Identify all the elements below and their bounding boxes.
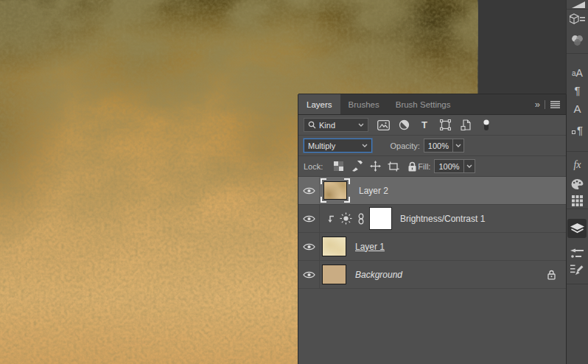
filter-toggle-icon[interactable] bbox=[480, 119, 493, 132]
paragraph-styles-glyph: ¶ bbox=[577, 124, 583, 136]
visibility-toggle[interactable] bbox=[298, 233, 320, 260]
fx-glyph: fx bbox=[573, 159, 581, 171]
clipping-mask-arrow-icon bbox=[326, 214, 335, 223]
filter-type-layers-icon[interactable]: T bbox=[418, 119, 431, 132]
layer2-thumbnail-image bbox=[323, 181, 347, 200]
color-panel-icon[interactable] bbox=[567, 33, 588, 48]
panel-header-controls: » bbox=[535, 94, 566, 114]
filter-type-buttons: T bbox=[377, 119, 493, 132]
layer-content: Brightness/Contrast 1 bbox=[320, 205, 566, 232]
layer-mask-thumbnail[interactable] bbox=[369, 207, 392, 230]
layer-row-brightness-contrast[interactable]: Brightness/Contrast 1 bbox=[298, 205, 566, 233]
dock-divider bbox=[567, 9, 588, 10]
dock-divider bbox=[567, 53, 588, 54]
photoshop-workspace: aA ¶ A ¶ fx bbox=[0, 0, 588, 364]
chevron-down-icon bbox=[362, 144, 368, 147]
eye-icon bbox=[303, 214, 315, 223]
fill-value: 100% bbox=[435, 162, 463, 171]
layer-row-background[interactable]: Background bbox=[298, 261, 566, 289]
blend-mode-row: Multiply Opacity: 100% bbox=[298, 136, 566, 156]
dock-divider bbox=[567, 151, 588, 152]
panel-tab-bar: Layers Brushes Brush Settings » bbox=[298, 94, 566, 115]
filter-pixel-layers-icon[interactable] bbox=[377, 119, 390, 132]
swatches-panel-icon[interactable] bbox=[567, 177, 588, 192]
visibility-toggle[interactable] bbox=[298, 177, 320, 204]
opacity-chevron[interactable] bbox=[452, 139, 463, 152]
tab-brush-settings-label: Brush Settings bbox=[396, 100, 451, 109]
libraries-icon[interactable] bbox=[567, 12, 588, 27]
header-divider bbox=[545, 100, 545, 109]
tab-layers-label: Layers bbox=[307, 100, 332, 109]
filter-shape-layers-icon[interactable] bbox=[438, 119, 452, 132]
character-panel-icon[interactable]: A bbox=[567, 101, 588, 116]
lock-buttons bbox=[332, 161, 418, 172]
tab-brushes-label: Brushes bbox=[349, 100, 379, 109]
lock-image-pixels-icon[interactable] bbox=[351, 161, 363, 172]
patterns-panel-icon[interactable] bbox=[567, 193, 588, 208]
layers-panel-icon-active[interactable] bbox=[567, 219, 587, 238]
collapse-panel-icon[interactable]: » bbox=[535, 99, 539, 110]
fill-chevron[interactable] bbox=[463, 160, 475, 172]
layer-name[interactable]: Layer 2 bbox=[359, 186, 388, 196]
lock-transparent-pixels-icon[interactable] bbox=[332, 161, 344, 172]
brush-settings-panel-icon[interactable] bbox=[567, 262, 588, 277]
fill-label: Fill: bbox=[418, 162, 430, 171]
lock-all-icon[interactable] bbox=[406, 161, 418, 172]
lock-position-icon[interactable] bbox=[369, 161, 381, 172]
brightness-contrast-adjustment-icon[interactable] bbox=[340, 212, 352, 225]
tab-brush-settings[interactable]: Brush Settings bbox=[388, 94, 459, 114]
opacity-label: Opacity: bbox=[391, 141, 420, 150]
panel-icon-dock: aA ¶ A ¶ fx bbox=[566, 0, 588, 364]
brushes-panel-icon[interactable] bbox=[567, 246, 588, 261]
search-icon bbox=[308, 121, 316, 129]
styles-square-glyph bbox=[572, 130, 575, 134]
styles-fx-panel-icon[interactable]: fx bbox=[567, 158, 588, 172]
eye-icon bbox=[303, 270, 315, 279]
tab-layers[interactable]: Layers bbox=[298, 94, 340, 114]
mask-link-icon[interactable] bbox=[357, 213, 365, 225]
layer-name[interactable]: Brightness/Contrast 1 bbox=[400, 214, 485, 224]
character-glyph: A bbox=[573, 102, 581, 115]
panel-menu-icon[interactable] bbox=[550, 101, 560, 108]
filter-adjustment-layers-icon[interactable] bbox=[397, 119, 410, 132]
paragraph-styles-panel-icon[interactable]: ¶ bbox=[567, 122, 588, 137]
dock-divider bbox=[567, 209, 588, 209]
background-thumbnail-image[interactable] bbox=[322, 265, 346, 284]
layer-filter-row: Kind T bbox=[298, 115, 566, 136]
chevron-down-icon bbox=[455, 144, 461, 147]
dock-divider bbox=[567, 284, 588, 284]
lock-label: Lock: bbox=[304, 162, 323, 171]
adjustment-indicators bbox=[326, 212, 365, 225]
layer-content: Layer 2 bbox=[320, 177, 566, 204]
visibility-toggle[interactable] bbox=[298, 261, 320, 288]
opacity-value: 100% bbox=[424, 141, 452, 150]
filter-kind-dropdown[interactable]: Kind bbox=[304, 118, 368, 132]
layer-row-layer1[interactable]: Layer 1 bbox=[298, 233, 566, 261]
tab-brushes[interactable]: Brushes bbox=[340, 94, 388, 114]
layer-row-layer2[interactable]: Layer 2 bbox=[298, 177, 566, 205]
opacity-value-box[interactable]: 100% bbox=[424, 139, 464, 153]
blend-mode-value: Multiply bbox=[308, 141, 362, 150]
filter-smart-objects-icon[interactable] bbox=[459, 119, 472, 132]
blend-mode-dropdown[interactable]: Multiply bbox=[304, 139, 372, 153]
layer-thumbnail-active[interactable] bbox=[321, 178, 350, 203]
layer-content: Layer 1 bbox=[320, 233, 566, 260]
glyphs-panel-icon[interactable]: aA bbox=[567, 66, 588, 80]
type-T-glyph: T bbox=[421, 119, 427, 130]
paragraph-panel-icon[interactable]: ¶ bbox=[567, 83, 588, 97]
chevron-down-icon bbox=[466, 164, 472, 168]
partial-panel-icon[interactable] bbox=[567, 0, 588, 13]
eye-icon bbox=[303, 186, 315, 195]
background-locked-icon[interactable] bbox=[547, 269, 556, 280]
eye-icon bbox=[303, 242, 315, 251]
visibility-toggle[interactable] bbox=[298, 205, 320, 232]
fill-value-box[interactable]: 100% bbox=[434, 159, 475, 173]
layer-name[interactable]: Layer 1 bbox=[355, 242, 385, 252]
lock-artboard-nesting-icon[interactable] bbox=[388, 161, 399, 172]
glyphs-big-a: A bbox=[576, 67, 583, 79]
layer1-thumbnail-image[interactable] bbox=[322, 237, 346, 256]
filter-kind-value: Kind bbox=[316, 121, 358, 130]
layer-content: Background bbox=[320, 261, 566, 288]
opacity-control: Opacity: 100% bbox=[391, 139, 465, 153]
layer-name[interactable]: Background bbox=[355, 270, 402, 280]
